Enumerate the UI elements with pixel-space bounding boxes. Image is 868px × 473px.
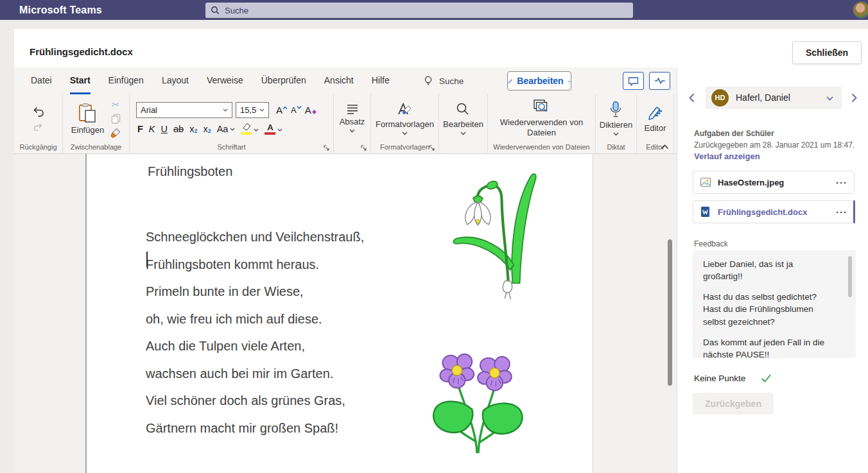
eraser-icon (311, 109, 317, 115)
document-page[interactable]: Frühlingsboten Schneeglöckchen und Veilc… (85, 154, 593, 473)
font-color-button[interactable]: A (265, 124, 282, 135)
shrink-font-button[interactable]: A (291, 105, 302, 115)
reuse-files-button[interactable]: Wiederverwenden von Dateien (494, 99, 590, 139)
tab-layout[interactable]: Layout (162, 67, 189, 94)
poem-body[interactable]: Schneeglöckchen und Veilchenstrauß, Früh… (146, 223, 364, 442)
paragraph-dialog-launcher-icon[interactable] (360, 144, 367, 151)
superscript-button[interactable]: x2 (203, 124, 211, 134)
paragraph-lines-icon (346, 104, 359, 115)
next-student-icon[interactable] (851, 93, 857, 103)
font-group: Arial 15,5 A A A F K U (130, 94, 334, 154)
clear-formatting-button[interactable]: A (305, 105, 317, 116)
editor-button[interactable]: Editor (645, 105, 666, 133)
underline-button[interactable]: U (161, 124, 168, 134)
grow-font-button[interactable]: A (276, 105, 288, 116)
tab-ueberpruefen[interactable]: Überprüfen (261, 67, 306, 94)
format-painter-icon[interactable] (110, 128, 121, 138)
document-title: Frühlingsgedicht.docx (30, 46, 133, 57)
app-title: Microsoft Teams (19, 0, 102, 20)
reuse-files-group-label: Wiederverwenden von Dateien (488, 142, 595, 154)
highlight-button[interactable] (241, 123, 259, 135)
styles-button[interactable]: Formatvorlagen (376, 102, 434, 135)
dictate-group-label: Diktat (596, 142, 636, 154)
feedback-textbox[interactable]: Lieber Daniel, das ist ja großartig!! Ha… (693, 250, 856, 358)
poem-line[interactable]: Viel schöner doch als grünes Gras, (146, 387, 364, 415)
violets-image[interactable] (427, 348, 530, 454)
copy-icon[interactable] (111, 114, 121, 124)
student-selector[interactable]: HD Haferl, Daniel (706, 87, 842, 109)
chevron-down-icon (277, 128, 282, 132)
editing-button[interactable]: Bearbeiten (443, 102, 483, 135)
subscript-button[interactable]: x2 (189, 124, 197, 134)
reuse-files-label: Wiederverwenden von Dateien (494, 117, 590, 139)
poem-line[interactable]: Frühlingsboten kommt heraus. (146, 251, 364, 279)
tab-verweise[interactable]: Verweise (207, 67, 243, 94)
collapse-ribbon-icon[interactable] (661, 144, 669, 150)
file-name: Frühlingsgedicht.docx (718, 207, 807, 217)
clipboard-group-label: Zwischenablage (63, 142, 129, 154)
tab-ansicht[interactable]: Ansicht (324, 67, 354, 94)
view-history-link[interactable]: Verlauf anzeigen (694, 151, 760, 161)
word-file-icon (700, 206, 711, 218)
poem-line[interactable]: Gärtnern macht mir großen Spaß! (146, 415, 364, 442)
image-file-icon (700, 176, 711, 188)
tell-me-search[interactable]: Suche (423, 67, 464, 94)
feedback-scrollbar[interactable] (848, 256, 852, 297)
styles-group: Formatvorlagen Formatvorlagen (371, 94, 439, 154)
caret-up-icon (282, 106, 288, 110)
poem-title[interactable]: Frühlingsboten (148, 164, 232, 179)
undo-group-label: Rückgängig (14, 142, 62, 154)
tab-start[interactable]: Start (70, 67, 91, 94)
paragraph-button[interactable]: Absatz (340, 104, 365, 133)
tab-hilfe[interactable]: Hilfe (372, 67, 390, 94)
lightbulb-icon (423, 75, 433, 87)
snowdrop-image[interactable] (446, 164, 550, 301)
find-icon (455, 102, 471, 117)
dictate-button[interactable]: Diktieren (600, 101, 632, 136)
font-dialog-launcher-icon[interactable] (323, 144, 330, 151)
dictate-group: Diktieren Diktat (596, 94, 637, 154)
ribbon-command-row: Rückgängig Einfügen ✂ Zwischenablage (14, 94, 677, 154)
activity-button[interactable] (649, 72, 670, 90)
poem-line[interactable]: wachsen auch bei mir im Garten. (146, 360, 364, 388)
file-card-image[interactable]: HaseOstern.jpeg ··· (693, 171, 855, 194)
strikethrough-button[interactable]: ab (173, 124, 184, 134)
tell-me-label: Suche (439, 76, 464, 86)
return-button[interactable]: Zurückgeben (693, 393, 774, 415)
cut-icon[interactable]: ✂ (112, 99, 119, 110)
paste-button[interactable]: Einfügen (71, 103, 104, 135)
styles-icon (396, 102, 413, 117)
redo-icon[interactable] (33, 123, 44, 132)
editing-mode-dropdown[interactable]: Bearbeiten (507, 71, 571, 90)
assignment-panel: HD Haferl, Daniel Aufgaben der Schüler Z… (677, 67, 868, 473)
change-case-button[interactable]: Aa (217, 124, 236, 134)
file-card-word[interactable]: Frühlingsgedicht.docx ··· (693, 200, 855, 223)
poem-line[interactable]: Primeln bunte in der Wiese, (146, 278, 364, 305)
caret-down-icon (297, 105, 302, 109)
microphone-icon (609, 101, 623, 118)
previous-student-icon[interactable] (689, 93, 695, 103)
document-scrollbar[interactable] (668, 239, 672, 386)
feedback-paragraph: Hast du das selbst gedichtet? Hast du di… (703, 291, 828, 327)
comments-button[interactable] (623, 72, 644, 90)
tab-datei[interactable]: Datei (31, 67, 52, 94)
poem-line[interactable]: Schneeglöckchen und Veilchenstrauß, (146, 223, 364, 251)
poem-line[interactable]: oh, wie freu ich mich auf diese. (146, 305, 364, 333)
italic-button[interactable]: K (149, 124, 155, 134)
search-input[interactable] (205, 3, 633, 18)
bold-button[interactable]: F (137, 124, 143, 134)
tab-einfuegen[interactable]: Einfügen (108, 67, 144, 94)
undo-icon[interactable] (32, 106, 44, 117)
more-options-icon[interactable]: ··· (836, 177, 847, 188)
poem-line[interactable]: Auch die Tulpen viele Arten, (146, 332, 364, 360)
font-name-combo[interactable]: Arial (136, 102, 232, 118)
font-size-combo[interactable]: 15,5 (236, 102, 269, 118)
chevron-down-icon (230, 128, 235, 131)
styles-dialog-launcher-icon[interactable] (428, 144, 435, 151)
feedback-paragraph: Das kommt auf jeden Fall in die nächste … (703, 336, 828, 361)
more-options-icon[interactable]: ··· (836, 207, 847, 218)
user-avatar[interactable] (853, 1, 868, 19)
font-name-value: Arial (141, 105, 157, 115)
close-button[interactable]: Schließen (792, 41, 862, 64)
editor-pencil-icon (647, 105, 664, 121)
